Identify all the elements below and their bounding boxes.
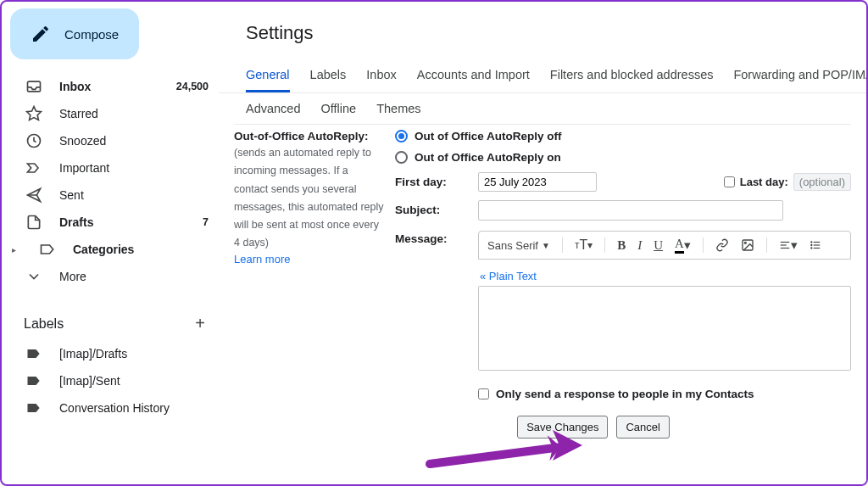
- svg-marker-1: [27, 107, 42, 120]
- font-select[interactable]: Sans Serif ▼: [487, 239, 550, 252]
- sidebar-label-imap-drafts[interactable]: [Imap]/Drafts: [8, 340, 219, 367]
- chevron-down-icon: ▼: [542, 241, 550, 250]
- settings-subtabs: Advanced Offline Themes: [219, 93, 866, 124]
- contacts-only-label: Only send a response to people in my Con…: [496, 388, 754, 400]
- tab-forwarding[interactable]: Forwarding and POP/IMAP: [733, 61, 866, 92]
- sidebar-label-imap-sent[interactable]: [Imap]/Sent: [8, 367, 219, 394]
- label-icon: [25, 399, 42, 416]
- tab-labels[interactable]: Labels: [310, 61, 347, 92]
- sidebar-item-important[interactable]: Important: [8, 154, 219, 182]
- radio-off-label: Out of Office AutoReply off: [415, 130, 561, 142]
- svg-point-13: [811, 248, 812, 249]
- label-icon: [39, 241, 56, 258]
- link-button[interactable]: [715, 238, 729, 252]
- italic-button[interactable]: I: [637, 238, 642, 253]
- compose-button[interactable]: Compose: [10, 8, 139, 59]
- sidebar-item-categories[interactable]: ▸ Categories: [8, 236, 219, 263]
- radio-autoreply-off[interactable]: [395, 130, 408, 142]
- star-icon: [25, 105, 42, 122]
- clock-icon: [25, 132, 42, 149]
- subject-input[interactable]: [478, 200, 783, 221]
- main-content: Settings General Labels Inbox Accounts a…: [219, 5, 866, 484]
- sidebar-item-snoozed[interactable]: Snoozed: [8, 127, 219, 154]
- sidebar-item-more[interactable]: More: [8, 263, 219, 290]
- sidebar-item-starred[interactable]: Starred: [8, 100, 219, 127]
- tab-accounts[interactable]: Accounts and Import: [417, 61, 530, 92]
- label-icon: [25, 372, 42, 389]
- bold-button[interactable]: B: [617, 238, 626, 253]
- cancel-button[interactable]: Cancel: [616, 416, 669, 439]
- expand-icon: ▸: [12, 245, 22, 254]
- settings-tabs: General Labels Inbox Accounts and Import…: [219, 54, 866, 93]
- add-label-button[interactable]: +: [195, 314, 205, 333]
- radio-autoreply-on[interactable]: [395, 151, 408, 164]
- text-color-button[interactable]: A▾: [675, 237, 691, 254]
- compose-label: Compose: [64, 27, 119, 42]
- radio-on-label: Out of Office AutoReply on: [415, 151, 561, 164]
- message-label: Message:: [395, 229, 471, 245]
- first-day-label: First day:: [395, 172, 471, 188]
- tab-inbox[interactable]: Inbox: [366, 61, 396, 92]
- file-icon: [25, 214, 42, 231]
- tab-general[interactable]: General: [246, 61, 290, 92]
- sidebar-item-drafts[interactable]: Drafts 7: [8, 209, 219, 236]
- last-day-checkbox[interactable]: [724, 176, 735, 187]
- svg-point-11: [811, 242, 812, 243]
- sidebar-item-sent[interactable]: Sent: [8, 182, 219, 209]
- sidebar: Compose Inbox 24,500 Starred Snoozed Imp…: [2, 2, 219, 484]
- important-icon: [25, 159, 42, 176]
- underline-button[interactable]: U: [654, 238, 663, 253]
- last-day-optional: (optional): [793, 173, 851, 191]
- learn-more-link[interactable]: Learn more: [234, 253, 290, 265]
- setting-autoreply: Out-of-Office AutoReply: (sends an autom…: [234, 124, 851, 400]
- message-textarea[interactable]: [478, 286, 851, 371]
- sidebar-item-inbox[interactable]: Inbox 24,500: [8, 73, 219, 100]
- inbox-icon: [25, 78, 42, 95]
- font-size-button[interactable]: тT▾: [575, 237, 593, 253]
- label-icon: [25, 345, 42, 362]
- action-buttons: Save Changes Cancel: [234, 416, 851, 439]
- setting-heading: Out-of-Office AutoReply:: [234, 130, 385, 142]
- tab-filters[interactable]: Filters and blocked addresses: [550, 61, 714, 92]
- plain-text-link[interactable]: « Plain Text: [480, 270, 537, 282]
- image-button[interactable]: [741, 238, 754, 252]
- editor-toolbar: Sans Serif ▼ тT▾ B I U A▾: [478, 231, 851, 260]
- list-button[interactable]: [810, 239, 821, 251]
- labels-header: Labels +: [8, 307, 219, 340]
- setting-description: (sends an automated reply to incoming me…: [234, 144, 385, 253]
- subtab-advanced[interactable]: Advanced: [246, 102, 301, 115]
- pencil-icon: [31, 24, 51, 44]
- svg-point-12: [811, 244, 812, 245]
- svg-point-4: [744, 242, 746, 243]
- contacts-only-checkbox[interactable]: [478, 388, 489, 399]
- chevron-down-icon: [25, 268, 42, 285]
- save-button[interactable]: Save Changes: [517, 416, 608, 439]
- last-day-label: Last day:: [740, 176, 788, 188]
- page-title: Settings: [219, 5, 866, 54]
- subtab-offline[interactable]: Offline: [321, 102, 357, 115]
- first-day-input[interactable]: [478, 172, 597, 192]
- align-button[interactable]: ▾: [779, 237, 798, 253]
- send-icon: [25, 187, 42, 204]
- sidebar-label-conversation-history[interactable]: Conversation History: [8, 394, 219, 422]
- subtab-themes[interactable]: Themes: [376, 102, 420, 115]
- subject-label: Subject:: [395, 200, 471, 216]
